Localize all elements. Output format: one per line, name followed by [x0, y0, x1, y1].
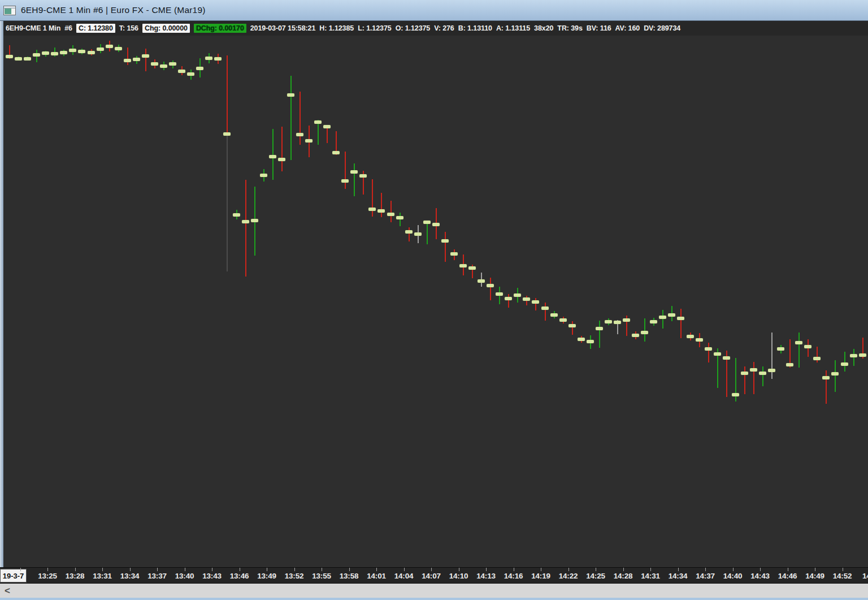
horizontal-scrollbar[interactable]: <: [0, 583, 868, 598]
axis-tick: [760, 568, 761, 571]
time-label: 14:52: [833, 572, 852, 580]
status-field: H: 1.12385: [319, 24, 354, 33]
time-label: 14:07: [422, 572, 441, 580]
time-label: 14:19: [531, 572, 550, 580]
axis-tick: [843, 568, 843, 571]
status-field: 2019-03-07 15:58:21: [250, 24, 316, 33]
status-bar: 6EH9-CME 1 Min#6C: 1.12380T: 156Chg: 0.0…: [0, 21, 868, 36]
time-label: 14:40: [723, 572, 743, 580]
axis-tick: [294, 568, 295, 571]
axis-tick: [788, 568, 788, 571]
time-label: 13:49: [257, 572, 276, 580]
axis-tick: [650, 568, 651, 571]
axis-tick: [212, 568, 212, 571]
window-left-border: [0, 21, 3, 567]
time-label: 14:46: [778, 572, 797, 580]
date-label: 19-3-7: [0, 569, 27, 582]
time-label: 14:49: [805, 572, 824, 580]
window-title: 6EH9-CME 1 Min #6 | Euro FX - CME (Mar19…: [21, 5, 206, 15]
chart-window: 6EH9-CME 1 Min #6 | Euro FX - CME (Mar19…: [0, 0, 868, 600]
time-label: 14:10: [449, 572, 468, 580]
axis-tick: [431, 568, 432, 571]
status-field: DV: 289734: [644, 24, 680, 33]
time-label: 13:40: [175, 572, 194, 580]
chart-area[interactable]: [0, 36, 868, 567]
time-label: 14:25: [586, 572, 605, 580]
time-label: 13:25: [38, 572, 57, 580]
axis-tick: [568, 568, 569, 571]
time-label: 13:37: [147, 572, 167, 580]
icon-chart-pane: [5, 8, 11, 14]
axis-tick: [541, 568, 541, 571]
chart-window-icon: [3, 6, 16, 15]
status-field: Chg: 0.00000: [142, 24, 190, 33]
status-field: C: 1.12380: [76, 24, 115, 33]
status-field: 38x20: [534, 24, 553, 33]
time-label: 13:43: [202, 572, 222, 580]
status-field: 6EH9-CME 1 Min: [6, 24, 60, 33]
axis-tick: [678, 568, 679, 571]
axis-tick: [349, 568, 350, 571]
window-bottom-edge: [0, 598, 868, 600]
status-field: L: 1.12375: [358, 24, 391, 33]
axis-tick: [459, 568, 459, 571]
time-label: 14:04: [394, 572, 414, 580]
status-field: O: 1.12375: [396, 24, 431, 33]
axis-tick: [815, 568, 815, 571]
axis-tick: [20, 568, 21, 571]
status-field: DChg: 0.00170: [194, 24, 246, 33]
time-label: 14:13: [476, 572, 496, 580]
axis-tick: [486, 568, 487, 571]
time-label: 14:16: [504, 572, 523, 580]
axis-tick: [376, 568, 377, 571]
time-label: 13:46: [230, 572, 249, 580]
time-label: 13:52: [285, 572, 304, 580]
time-label: 14:22: [559, 572, 578, 580]
status-field: B: 1.13110: [458, 24, 492, 33]
title-bar: 6EH9-CME 1 Min #6 | Euro FX - CME (Mar19…: [0, 0, 868, 21]
time-label: 13:58: [340, 572, 359, 580]
time-label: 14:01: [367, 572, 386, 580]
ghost-wick: [227, 136, 228, 271]
time-label: 13:34: [120, 572, 140, 580]
time-label: 13:28: [66, 572, 85, 580]
axis-tick: [130, 568, 131, 571]
axis-tick: [157, 568, 158, 571]
axis-tick: [240, 568, 240, 571]
time-label: 14:43: [750, 572, 770, 580]
time-label: 14:37: [696, 572, 715, 580]
time-label: 13:31: [93, 572, 112, 580]
status-field: #6: [64, 24, 72, 33]
time-label: 14:5: [862, 572, 868, 580]
time-axis: 19-3-7 13:2513:2813:3113:3413:3713:4013:…: [0, 567, 868, 583]
status-field: AV: 160: [615, 24, 640, 33]
time-label: 14:31: [641, 572, 660, 580]
axis-tick: [267, 568, 267, 571]
status-field: TR: 39s: [557, 24, 582, 33]
status-field: T: 156: [119, 24, 138, 33]
status-field: BV: 116: [587, 24, 611, 33]
axis-tick: [733, 568, 734, 571]
time-label: 14:34: [669, 572, 688, 580]
axis-tick: [322, 568, 322, 571]
axis-tick: [404, 568, 405, 571]
axis-tick: [75, 568, 76, 571]
time-label: 13:55: [312, 572, 331, 580]
time-label: 14:28: [614, 572, 633, 580]
axis-tick: [185, 568, 185, 571]
scroll-left-button[interactable]: <: [0, 584, 15, 598]
status-field: A: 1.13115: [496, 24, 530, 33]
axis-tick: [514, 568, 514, 571]
axis-tick: [596, 568, 596, 571]
axis-tick: [102, 568, 103, 571]
axis-tick: [47, 568, 48, 571]
axis-tick: [705, 568, 706, 571]
axis-tick: [623, 568, 624, 571]
status-field: V: 276: [434, 24, 454, 33]
